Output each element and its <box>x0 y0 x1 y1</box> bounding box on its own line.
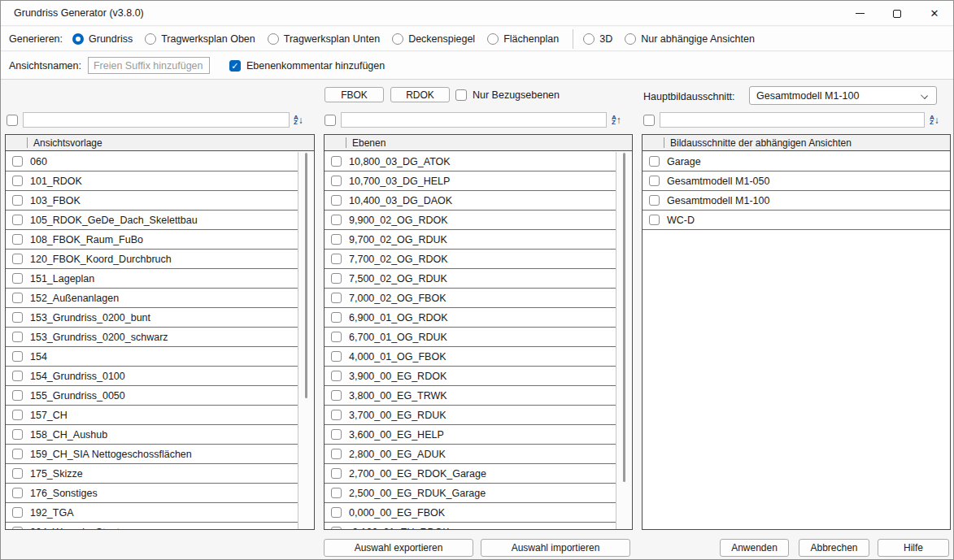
checkbox-icon[interactable] <box>12 371 23 381</box>
checkbox-icon[interactable] <box>331 195 342 206</box>
help-button[interactable]: Hilfe <box>878 539 949 557</box>
select-all-checkbox-ebenen[interactable] <box>325 115 336 126</box>
list-item[interactable]: 153_Grundriss_0200_schwarz <box>6 328 298 347</box>
checkbox-icon[interactable] <box>12 468 23 479</box>
checkbox-icon[interactable] <box>331 371 342 381</box>
checkbox-icon[interactable] <box>12 507 23 518</box>
level-comment-checkbox-item[interactable]: ✓ Ebenenkommentar hinzufügen <box>229 60 385 72</box>
radio-option[interactable]: Tragwerksplan Unten <box>268 33 380 45</box>
checkbox-icon[interactable] <box>12 429 23 440</box>
list-item[interactable]: 192_TGA <box>6 503 298 523</box>
checkbox-icon[interactable] <box>12 351 23 362</box>
checkbox-icon[interactable] <box>12 176 23 186</box>
list-item[interactable]: 154_Grundriss_0100 <box>6 367 298 386</box>
radio-option[interactable]: 3D <box>583 33 612 45</box>
checkbox-icon[interactable] <box>649 176 660 186</box>
list-item[interactable]: 4,000_01_OG_FBOK <box>325 347 616 367</box>
maximize-button[interactable] <box>878 1 916 26</box>
checkbox-icon[interactable] <box>12 410 23 420</box>
list-item[interactable]: 153_Grundriss_0200_bunt <box>6 308 298 328</box>
checkbox-icon[interactable] <box>12 195 23 206</box>
list-item[interactable]: 6,700_01_OG_RDUK <box>325 328 616 347</box>
checkbox-icon[interactable] <box>455 89 467 101</box>
list-item[interactable]: 10,800_03_DG_ATOK <box>325 152 616 171</box>
radio-selected-icon[interactable] <box>72 33 84 45</box>
fbok-button[interactable]: FBOK <box>325 87 384 102</box>
checkbox-icon[interactable] <box>331 234 342 245</box>
import-selection-button[interactable]: Auswahl importieren <box>481 539 630 557</box>
checkbox-icon[interactable] <box>331 488 342 498</box>
checkbox-icon[interactable] <box>331 351 342 362</box>
checkbox-icon[interactable] <box>12 449 23 459</box>
list-item[interactable]: 158_CH_Aushub <box>6 425 298 445</box>
checkbox-icon[interactable] <box>12 527 23 529</box>
export-selection-button[interactable]: Auswahl exportieren <box>324 539 473 557</box>
list-item[interactable]: WC-D <box>643 211 950 230</box>
scrollbar-thumb[interactable] <box>305 153 307 398</box>
checkbox-icon[interactable] <box>12 312 23 323</box>
radio-option[interactable]: Tragwerksplan Oben <box>145 33 255 45</box>
list-item[interactable]: 10,400_03_DG_DAOK <box>325 191 616 211</box>
scrollbar-track[interactable] <box>298 152 314 529</box>
checkbox-icon[interactable] <box>331 254 342 264</box>
radio-option[interactable]: Grundriss <box>72 33 133 45</box>
checkbox-icon[interactable] <box>331 507 342 518</box>
radio-icon[interactable] <box>625 33 636 45</box>
checkbox-icon[interactable] <box>331 156 342 167</box>
checkbox-icon[interactable] <box>12 234 23 245</box>
checkbox-icon[interactable] <box>12 390 23 401</box>
radio-icon[interactable] <box>392 33 403 45</box>
only-datum-planes-checkbox-item[interactable]: Nur Bezugsebenen <box>455 87 560 102</box>
list-item[interactable]: 7,000_02_OG_FBOK <box>325 289 616 308</box>
list-item[interactable]: 157_CH <box>6 406 298 425</box>
checkbox-icon[interactable] <box>331 273 342 284</box>
list-item[interactable]: 3,700_00_EG_RDUK <box>325 406 616 425</box>
checkbox-icon[interactable] <box>12 273 23 284</box>
scrollbar-thumb[interactable] <box>623 153 625 482</box>
radio-option[interactable]: Nur abhängige Ansichten <box>625 33 755 45</box>
checkbox-icon[interactable] <box>331 468 342 479</box>
radio-icon[interactable] <box>583 33 595 45</box>
checkbox-icon[interactable] <box>331 293 342 303</box>
checkbox-icon[interactable] <box>649 156 660 167</box>
list-item[interactable]: 176_Sonstiges <box>6 484 298 503</box>
apply-button[interactable]: Anwenden <box>720 539 789 557</box>
filter-input-ansichtsvorlage[interactable] <box>23 112 290 128</box>
list-item[interactable]: Gesamtmodell M1-050 <box>643 171 950 191</box>
checkbox-icon[interactable] <box>12 488 23 498</box>
list-item[interactable]: 3,800_00_EG_TRWK <box>325 386 616 406</box>
list-item[interactable]: 060 <box>6 152 298 171</box>
list-item[interactable]: 6,900_01_OG_RDOK <box>325 308 616 328</box>
list-item[interactable]: 204_Waende_Stuetzen <box>6 523 298 529</box>
list-item[interactable]: 101_RDOK <box>6 171 298 191</box>
checkbox-icon[interactable] <box>331 449 342 459</box>
list-item[interactable]: Gesamtmodell M1-100 <box>643 191 950 211</box>
list-item[interactable]: -0,100_01_EU_RDOK <box>325 523 616 529</box>
checkbox-icon[interactable] <box>331 312 342 323</box>
checkbox-icon[interactable] <box>331 390 342 401</box>
suffix-input[interactable] <box>88 57 210 74</box>
sort-button-bildausschnitte[interactable]: AZ ↓ <box>930 112 947 128</box>
list-item[interactable]: 7,500_02_OG_RDUK <box>325 269 616 289</box>
list-item[interactable]: 155_Grundriss_0050 <box>6 386 298 406</box>
filter-input-ebenen[interactable] <box>341 112 607 128</box>
list-item[interactable]: 3,600_00_EG_HELP <box>325 425 616 445</box>
list-item[interactable]: 105_RDOK_GeDe_Dach_Skelettbau <box>6 211 298 230</box>
list-item[interactable]: 120_FBOK_Koord_Durchbruch <box>6 250 298 269</box>
list-item[interactable]: Garage <box>643 152 950 171</box>
radio-option[interactable]: Deckenspiegel <box>392 33 475 45</box>
list-item[interactable]: 3,900_00_EG_RDOK <box>325 367 616 386</box>
sort-button-ebenen[interactable]: AZ ↑ <box>612 112 629 128</box>
radio-icon[interactable] <box>145 33 156 45</box>
checkbox-icon[interactable] <box>649 195 660 206</box>
list-item[interactable]: 152_Außenanlagen <box>6 289 298 308</box>
checkbox-checked-icon[interactable]: ✓ <box>229 60 241 72</box>
sort-button-ansichtsvorlage[interactable]: AZ ↓ <box>294 112 311 128</box>
list-item[interactable]: 10,700_03_DG_HELP <box>325 171 616 191</box>
scrollbar-track[interactable] <box>616 152 632 529</box>
checkbox-icon[interactable] <box>331 429 342 440</box>
checkbox-icon[interactable] <box>331 176 342 186</box>
checkbox-icon[interactable] <box>331 527 342 529</box>
list-item[interactable]: 154 <box>6 347 298 367</box>
list-item[interactable]: 7,700_02_OG_RDOK <box>325 250 616 269</box>
